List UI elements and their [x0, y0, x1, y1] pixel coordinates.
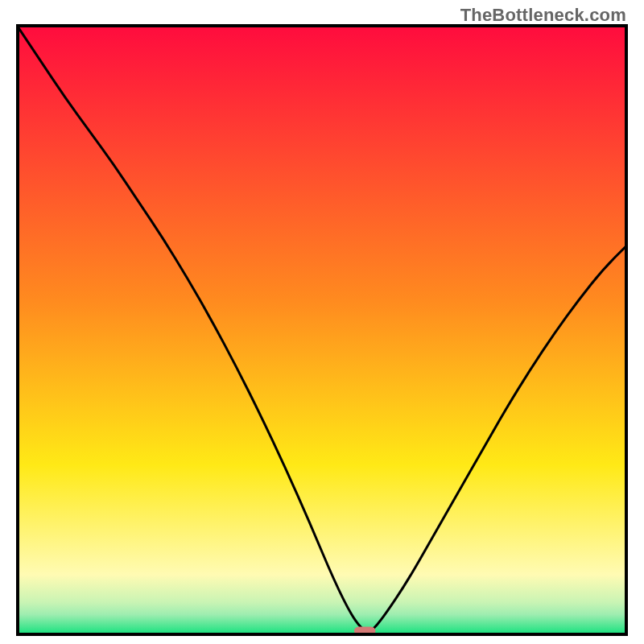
chart-stage: TheBottleneck.com [0, 0, 644, 644]
curve-layer [16, 24, 628, 636]
bottleneck-curve-path [16, 24, 628, 632]
chart-frame [16, 24, 628, 636]
optimum-marker [354, 626, 376, 635]
watermark-text: TheBottleneck.com [460, 5, 626, 26]
curve-svg [16, 24, 628, 636]
